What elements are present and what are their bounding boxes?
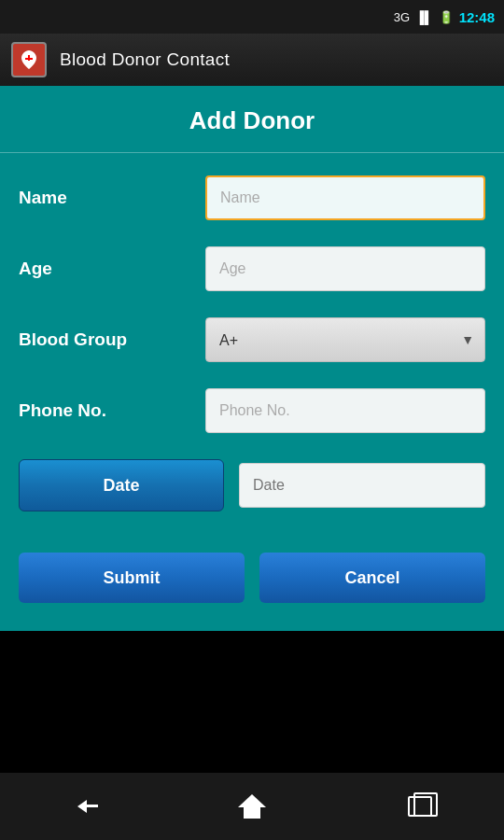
blood-group-row: Blood Group A+ A- B+ B- AB+ AB- O+ O- ▼ <box>19 304 485 375</box>
home-button[interactable] <box>224 778 280 834</box>
app-logo <box>11 42 47 77</box>
signal-icon: ▐▌ <box>415 10 432 24</box>
form-area: Name Age Blood Group A+ A- B+ B- AB+ AB-… <box>0 153 504 534</box>
phone-row: Phone No. <box>19 375 485 446</box>
submit-button[interactable]: Submit <box>19 553 245 603</box>
age-row: Age <box>19 233 485 304</box>
recent-apps-icon <box>408 796 432 817</box>
age-input[interactable] <box>205 246 485 291</box>
nav-bar <box>0 773 504 840</box>
recents-button[interactable] <box>392 778 448 834</box>
battery-icon: 🔋 <box>439 10 454 24</box>
status-bar: 3G ▐▌ 🔋 12:48 <box>0 0 504 34</box>
blood-group-label: Blood Group <box>19 329 205 350</box>
network-indicator: 3G <box>394 10 410 24</box>
name-input[interactable] <box>205 175 485 220</box>
page-title: Add Donor <box>0 86 504 153</box>
app-bar: Blood Donor Contact <box>0 34 504 86</box>
date-input[interactable] <box>239 463 485 508</box>
back-icon <box>70 796 98 817</box>
age-label: Age <box>19 259 205 279</box>
main-content: Add Donor Name Age Blood Group A+ A- B+ … <box>0 86 504 631</box>
blood-group-select[interactable]: A+ A- B+ B- AB+ AB- O+ O- <box>205 317 485 362</box>
svg-rect-1 <box>25 58 33 60</box>
name-row: Name <box>19 162 485 233</box>
cancel-button[interactable]: Cancel <box>259 553 485 603</box>
app-title: Blood Donor Contact <box>60 49 230 70</box>
phone-input[interactable] <box>205 388 485 433</box>
home-icon <box>239 794 265 819</box>
date-row: Date <box>19 446 485 525</box>
date-picker-button[interactable]: Date <box>19 459 224 511</box>
phone-label: Phone No. <box>19 400 205 421</box>
back-button[interactable] <box>56 778 112 834</box>
action-buttons: Submit Cancel <box>0 534 504 612</box>
blood-group-wrapper: A+ A- B+ B- AB+ AB- O+ O- ▼ <box>205 317 485 362</box>
clock: 12:48 <box>459 9 495 25</box>
name-label: Name <box>19 188 205 208</box>
